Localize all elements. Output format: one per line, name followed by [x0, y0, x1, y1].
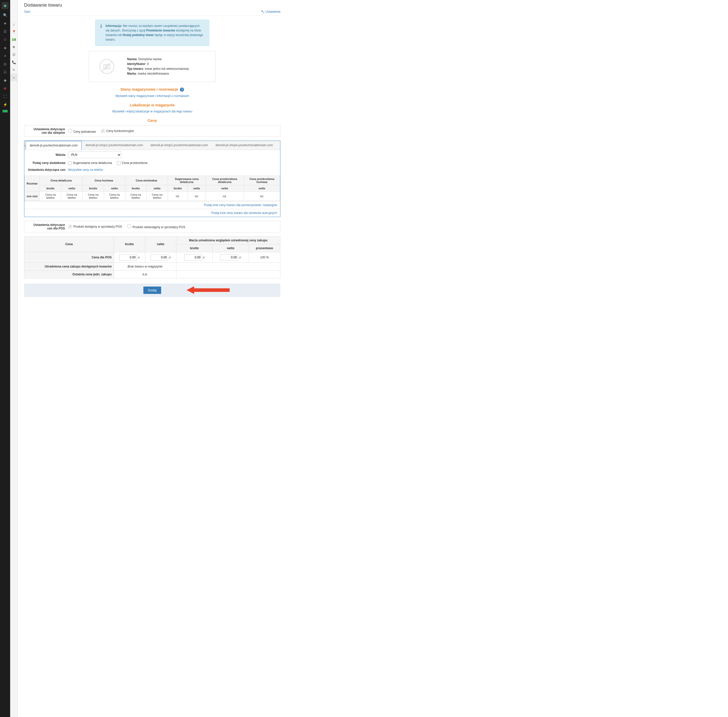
- table-row: Uśredniona cena zakupu dostępnych towaró…: [24, 262, 280, 270]
- col-minimal: Cena minimalna: [125, 175, 168, 185]
- preview-details: Nazwa: Domyślna nazwa Identyfikator: 0 T…: [127, 57, 189, 76]
- submit-bar: Dodaj: [24, 284, 280, 297]
- layers-icon[interactable]: ☰: [0, 27, 10, 35]
- home-icon[interactable]: ⌂: [10, 20, 18, 28]
- pos-brutto-input[interactable]: [119, 254, 137, 261]
- settings-link[interactable]: 🔧 Ustawienia: [261, 10, 280, 14]
- shop-tabs: ‹ demo8-pl.yourtechnicaldomain.com demo8…: [24, 141, 280, 150]
- comparators-link[interactable]: Podaj inne ceny towaru dla porównywarek …: [204, 203, 277, 207]
- all-phone-link[interactable]: Wszystkie ceny na telefon: [68, 168, 103, 172]
- arrow-annotation: [186, 285, 230, 295]
- currency-label: Waluta: [27, 153, 68, 157]
- info-icon: i: [101, 24, 102, 29]
- locations-link[interactable]: Wyświetl i edytuj lokalizacje w magazyna…: [24, 110, 280, 113]
- bolt-icon[interactable]: ⚡: [0, 101, 10, 108]
- table-row: Ostatnia cena jedn. zakupu b.d.: [24, 270, 280, 278]
- currency-select[interactable]: PLN: [68, 151, 121, 158]
- star-icon[interactable]: ★: [0, 19, 10, 27]
- svg-marker-4: [186, 286, 230, 294]
- pin-icon[interactable]: 📍: [10, 28, 18, 35]
- phone-icon[interactable]: 📞: [10, 58, 18, 66]
- tab-shop-2[interactable]: demo8-pl-shop2.yourtechnicaldomain.com: [82, 141, 147, 150]
- radio-uniform[interactable]: Ceny jednakowe: [68, 129, 96, 134]
- col-suggested: Sugerowana cena detaliczna: [168, 175, 206, 185]
- list-icon[interactable]: ≡: [0, 52, 10, 60]
- page-title: Dodawanie towaru: [24, 3, 280, 8]
- pos-table: Cena brutto netto Marża uśredniona wzglę…: [24, 236, 280, 278]
- tab-shop-3[interactable]: demo8-pl-shop3.yourtechnicaldomain.com: [147, 141, 212, 150]
- col-size: Rozmiar: [24, 175, 40, 191]
- table-row: one size Cena na telefonCena na telefon …: [24, 191, 280, 201]
- checkbox-suggested[interactable]: Sugerowana cena detaliczna: [68, 161, 112, 165]
- main-content: Dodawanie towaru Opis 🔧 Ustawienia i Inf…: [18, 0, 287, 717]
- section-prices-title: Ceny: [24, 118, 280, 123]
- extra-prices-label: Podaj ceny dodatkowe: [27, 161, 68, 165]
- price-opts-label: Ustawienia dotyczące cen: [27, 168, 68, 172]
- submit-button[interactable]: Dodaj: [143, 287, 161, 294]
- camera-icon[interactable]: ◎: [0, 60, 10, 68]
- target-icon[interactable]: ✥: [10, 43, 18, 51]
- users-icon[interactable]: ⚇: [0, 35, 10, 44]
- price-settings-panel: Ustawienia dotyczące cen dla sklepów Cen…: [24, 125, 280, 137]
- collapse-icon[interactable]: »: [10, 73, 18, 81]
- tag-icon[interactable]: ◆: [0, 76, 10, 84]
- nav-link-opis[interactable]: Opis: [24, 10, 30, 14]
- col-crossed-wholesale: Cena przekreślona hurtowa: [244, 175, 280, 185]
- stack-icon[interactable]: ☷: [0, 68, 10, 76]
- help-icon[interactable]: ?: [180, 88, 184, 92]
- auctions-link[interactable]: Podaj inne ceny towaru dla serwisów aukc…: [212, 211, 277, 215]
- sub-sidebar: ⌂ 📍 💵 ✥ ☰ 📞 ✎ »: [10, 0, 18, 717]
- radio-competitive[interactable]: Ceny konkurencyjne: [101, 129, 134, 133]
- edit-icon[interactable]: ✎: [10, 66, 18, 73]
- pos-netto-input[interactable]: [151, 254, 168, 261]
- price-table: Rozmiar Cena detaliczna Cena hurtowa Cen…: [24, 175, 280, 201]
- tab-shop-4[interactable]: demo8-pl-shop4.yourtechnicaldomain.com: [212, 141, 277, 150]
- section-stock-title: Stany magazynowe i rezerwacje ?: [24, 87, 280, 92]
- cube-icon[interactable]: ◈: [0, 44, 10, 52]
- table-row: Cena dla POS zł zł zł zł 100 %: [24, 252, 280, 262]
- main-sidebar: ◉ 🔍 ★ ☰ ⚇ ◈ ≡ ◎ ☷ ◆ ⊕ ⛶ ⚡: [0, 0, 10, 717]
- margin-netto-input[interactable]: [220, 254, 238, 261]
- stock-link[interactable]: Wyświetl stany magazynowe i informacje o…: [24, 94, 280, 98]
- globe-icon[interactable]: ⊕: [0, 84, 10, 92]
- tab-shop-1[interactable]: demo8-pl.yourtechnicaldomain.com: [26, 141, 82, 150]
- expand-icon[interactable]: ⛶: [0, 92, 10, 101]
- no-image-icon: [94, 56, 120, 77]
- section-locations-title: Lokalizacje w magazynie: [24, 103, 280, 107]
- product-preview: Nazwa: Domyślna nazwa Identyfikator: 0 T…: [89, 51, 216, 82]
- margin-brutto-input[interactable]: [184, 254, 202, 261]
- checkbox-crossed[interactable]: Cena przekreślona: [117, 161, 148, 165]
- info-box: i Informacja: Nie musisz za każdym razem…: [95, 20, 209, 46]
- info-text: Informacja: Nie musisz za każdym razem u…: [105, 24, 204, 42]
- col-wholesale: Cena hurtowa: [82, 175, 125, 185]
- money-icon[interactable]: 💵: [10, 35, 18, 43]
- menu-icon[interactable]: ☰: [10, 51, 18, 58]
- pos-settings-panel: Ustawienia dotyczące cen dla POS Produkt…: [24, 221, 280, 232]
- app-logo[interactable]: ◉: [2, 2, 9, 9]
- search-icon[interactable]: 🔍: [0, 11, 10, 19]
- col-retail: Cena detaliczna: [40, 175, 82, 185]
- pos-settings-label: Ustawienia dotyczące cen dla POS: [27, 223, 68, 230]
- status-indicator: [3, 110, 8, 113]
- price-settings-label: Ustawienia dotyczące cen dla sklepów: [27, 127, 68, 134]
- tab-shop-5[interactable]: demo8-pl-shop5.yourtechnicaldomain.c: [277, 141, 280, 150]
- col-crossed-retail: Cena przekreślona detaliczna: [206, 175, 244, 185]
- radio-pos-available[interactable]: Produkt dostępny w sprzedaży POS: [68, 224, 122, 229]
- shop-tabs-container: ‹ demo8-pl.yourtechnicaldomain.com demo8…: [24, 140, 280, 217]
- topbar: Opis 🔧 Ustawienia: [24, 10, 280, 16]
- radio-pos-unavailable[interactable]: Produkt niedostępny w sprzedaży POS: [127, 224, 185, 229]
